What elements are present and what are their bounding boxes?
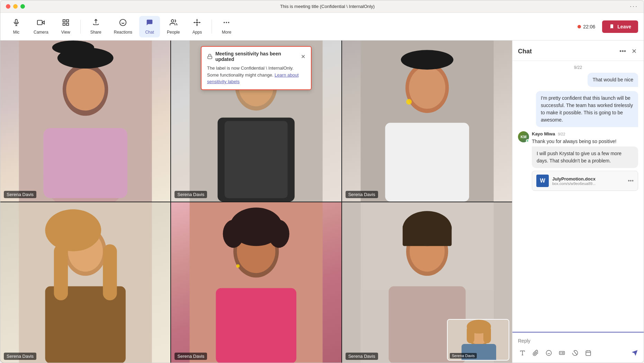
toolbar-share[interactable]: Share <box>85 16 107 37</box>
title-bar: This is meeting title (Confidential \ In… <box>0 0 644 13</box>
person-video-5 <box>171 202 341 363</box>
mic-label: Mic <box>13 30 20 35</box>
camera-label: Camera <box>34 30 48 35</box>
more-options[interactable]: ··· <box>630 3 638 10</box>
send-button[interactable] <box>631 349 638 358</box>
format-text-button[interactable] <box>518 348 527 359</box>
attach-button[interactable] <box>531 348 540 359</box>
notification-title-text: Meeting sensitivity has been updated <box>215 51 301 62</box>
main-content: Serena Davis Serena Davis <box>0 41 644 363</box>
toolbar-reactions[interactable]: Reactions <box>108 16 138 37</box>
svg-point-33 <box>52 41 94 54</box>
file-attachment[interactable]: W JulyPromotion.docx box.com/s/w9eo6eua8… <box>532 171 638 191</box>
file-url: box.com/s/w9eo6eua89... <box>552 182 624 186</box>
svg-rect-57 <box>216 288 297 363</box>
svg-point-19 <box>197 24 198 25</box>
toolbar-divider-2 <box>212 20 212 34</box>
people-label: People <box>167 30 180 35</box>
svg-point-29 <box>66 69 105 110</box>
svg-rect-53 <box>103 244 117 300</box>
file-name: JulyPromotion.docx <box>552 176 624 182</box>
toolbar-view[interactable]: View <box>55 16 76 37</box>
svg-rect-52 <box>54 244 68 300</box>
format-icon <box>519 350 526 356</box>
video-tile-3: Serena Davis <box>342 41 512 202</box>
svg-point-79 <box>546 351 552 356</box>
kayo-message-text-2: I will push Krystal to give us a few mor… <box>532 147 638 168</box>
svg-rect-0 <box>15 19 17 23</box>
share-label: Share <box>90 30 101 35</box>
message-group-kayo: KM Kayo Miwa 9/22 Thank you for always b… <box>518 131 638 191</box>
video-name-2: Serena Davis <box>175 191 207 198</box>
file-more-button[interactable]: ••• <box>628 178 634 184</box>
chat-close-button[interactable]: ✕ <box>630 46 638 56</box>
svg-point-26 <box>228 22 230 23</box>
video-tile-4: Serena Davis <box>0 202 170 363</box>
minimize-button[interactable] <box>13 4 18 9</box>
apps-label: Apps <box>193 30 202 35</box>
notification-close-button[interactable]: ✕ <box>301 53 305 60</box>
message-bubble-right-1: That would be nice <box>588 73 638 87</box>
toolbar-divider-1 <box>80 20 81 34</box>
chat-toolbar <box>518 348 638 359</box>
people-icon <box>170 19 177 28</box>
camera-icon <box>37 19 45 28</box>
toolbar-mic[interactable]: Mic <box>6 16 27 37</box>
send-icon <box>631 349 638 356</box>
svg-rect-44 <box>385 123 469 202</box>
file-word-icon: W <box>536 175 549 187</box>
chat-input-area <box>512 332 644 363</box>
kayo-message-content: Kayo Miwa 9/22 Thank you for always bein… <box>532 131 638 191</box>
chat-icon <box>146 19 153 28</box>
toolbar-more[interactable]: More <box>216 16 237 37</box>
message-group-1: 9/22 That would be nice <box>518 65 638 87</box>
kayo-message-time: 9/22 <box>558 132 565 136</box>
svg-rect-3 <box>37 20 42 25</box>
meeting-toolbar: Mic Camera View <box>0 13 644 41</box>
person-video-3 <box>342 41 512 202</box>
maximize-button[interactable] <box>20 4 25 9</box>
lock-icon <box>207 54 213 59</box>
svg-rect-76 <box>483 326 491 343</box>
svg-rect-6 <box>63 23 65 25</box>
kayo-sender-name: Kayo Miwa <box>532 131 555 136</box>
reply-input[interactable] <box>518 337 638 345</box>
video-name-5: Serena Davis <box>175 353 207 360</box>
svg-point-45 <box>401 50 454 70</box>
emoji-button[interactable] <box>544 348 553 359</box>
svg-point-17 <box>199 22 200 23</box>
sticker-button[interactable] <box>571 348 580 359</box>
svg-point-9 <box>120 19 126 25</box>
rec-dot <box>578 25 581 28</box>
message-group-2: I'm pretty confident that this launch wi… <box>518 91 638 127</box>
phone-icon <box>609 24 615 29</box>
svg-rect-5 <box>66 19 69 21</box>
message-date-1: 9/22 <box>518 65 638 70</box>
toolbar-people[interactable]: People <box>161 16 185 37</box>
video-grid: Serena Davis Serena Davis <box>0 41 512 363</box>
apps-icon <box>193 19 201 28</box>
gif-button[interactable] <box>557 348 566 359</box>
window-controls <box>6 4 25 9</box>
window-title: This is meeting title (Confidential \ In… <box>280 4 375 9</box>
kayo-message-row: KM Kayo Miwa 9/22 Thank you for always b… <box>518 131 638 191</box>
person-video-1 <box>0 41 170 202</box>
toolbar-apps[interactable]: Apps <box>187 16 207 37</box>
calendar-icon <box>585 350 591 356</box>
emoji-icon <box>546 350 552 356</box>
meet-button[interactable] <box>584 348 593 359</box>
mic-icon <box>12 19 20 28</box>
svg-rect-84 <box>586 351 591 356</box>
chat-messages: 9/22 That would be nice I'm pretty confi… <box>512 61 644 332</box>
chat-more-button[interactable]: ••• <box>618 46 627 56</box>
leave-button[interactable]: Leave <box>602 20 638 33</box>
svg-point-24 <box>224 22 225 23</box>
view-label: View <box>61 30 70 35</box>
svg-rect-38 <box>225 121 288 198</box>
svg-point-16 <box>197 20 198 20</box>
toolbar-camera[interactable]: Camera <box>28 16 54 37</box>
close-button[interactable] <box>6 4 10 9</box>
toolbar-chat[interactable]: Chat <box>139 16 160 37</box>
svg-point-51 <box>45 209 101 251</box>
svg-rect-75 <box>467 326 474 343</box>
